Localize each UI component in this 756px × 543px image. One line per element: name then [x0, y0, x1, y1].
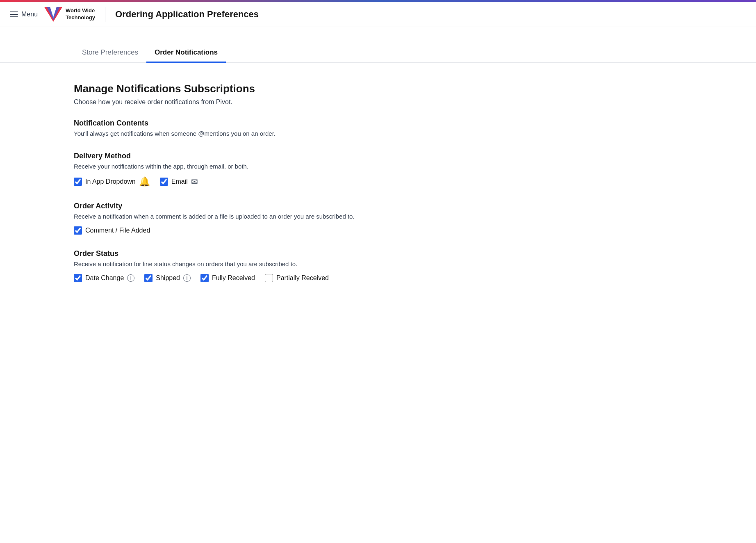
in-app-label: In App Dropdown	[85, 178, 136, 185]
section-delivery-method: Delivery Method Receive your notificatio…	[74, 152, 418, 187]
notification-contents-desc: You'll always get notifications when som…	[74, 130, 418, 137]
shipped-info-icon[interactable]: i	[183, 274, 191, 282]
company-name: World WideTechnology	[66, 7, 95, 21]
tab-store-preferences[interactable]: Store Preferences	[74, 43, 146, 63]
main-section-title: Manage Notifications Subscriptions	[74, 82, 418, 95]
fully-received-checkbox[interactable]	[200, 274, 209, 282]
in-app-checkbox[interactable]	[74, 178, 82, 186]
section-notification-contents: Notification Contents You'll always get …	[74, 119, 418, 137]
checkbox-item-date-change: Date Change i	[74, 274, 134, 282]
app-header: Menu World WideTechnology Ordering Appli…	[0, 2, 756, 27]
delivery-method-checkboxes: In App Dropdown 🔔 Email ✉	[74, 176, 418, 187]
comment-file-label: Comment / File Added	[85, 227, 150, 234]
partially-received-label: Partially Received	[276, 274, 329, 282]
partially-received-checkbox[interactable]	[265, 274, 273, 282]
main-section-desc: Choose how you receive order notificatio…	[74, 98, 418, 106]
shipped-checkbox[interactable]	[144, 274, 153, 282]
header-divider	[105, 7, 105, 22]
checkbox-item-partially-received: Partially Received	[265, 274, 329, 282]
checkbox-item-comment-file: Comment / File Added	[74, 226, 150, 235]
checkbox-item-in-app: In App Dropdown 🔔	[74, 176, 150, 187]
order-status-desc: Receive a notification for line status c…	[74, 260, 418, 267]
date-change-checkbox[interactable]	[74, 274, 82, 282]
fully-received-label: Fully Received	[212, 274, 255, 282]
company-logo	[44, 7, 62, 22]
menu-label: Menu	[21, 11, 38, 18]
checkbox-item-shipped: Shipped i	[144, 274, 191, 282]
order-activity-desc: Receive a notification when a comment is…	[74, 213, 418, 220]
main-content: Manage Notifications Subscriptions Choos…	[0, 63, 492, 317]
checkbox-item-fully-received: Fully Received	[200, 274, 255, 282]
section-order-status: Order Status Receive a notification for …	[74, 249, 418, 282]
hamburger-icon	[10, 11, 18, 17]
tab-order-notifications[interactable]: Order Notifications	[146, 43, 226, 63]
delivery-method-title: Delivery Method	[74, 152, 418, 160]
email-label: Email	[171, 178, 188, 185]
shipped-label: Shipped	[156, 274, 180, 282]
tabs-bar: Store Preferences Order Notifications	[0, 43, 756, 63]
logo-area: World WideTechnology	[44, 7, 95, 22]
checkbox-item-email: Email ✉	[160, 177, 198, 187]
section-order-activity: Order Activity Receive a notification wh…	[74, 202, 418, 235]
email-checkbox[interactable]	[160, 178, 168, 186]
email-icon: ✉	[191, 177, 198, 187]
bell-icon: 🔔	[139, 176, 150, 187]
delivery-method-desc: Receive your notifications within the ap…	[74, 163, 418, 170]
page-title: Ordering Application Preferences	[115, 9, 259, 20]
notification-contents-title: Notification Contents	[74, 119, 418, 128]
date-change-label: Date Change	[85, 274, 124, 282]
order-activity-title: Order Activity	[74, 202, 418, 210]
menu-button[interactable]: Menu	[10, 11, 38, 18]
order-status-checkboxes: Date Change i Shipped i Fully Received P…	[74, 274, 418, 282]
order-activity-checkboxes: Comment / File Added	[74, 226, 418, 235]
comment-file-checkbox[interactable]	[74, 226, 82, 235]
date-change-info-icon[interactable]: i	[127, 274, 134, 282]
order-status-title: Order Status	[74, 249, 418, 258]
